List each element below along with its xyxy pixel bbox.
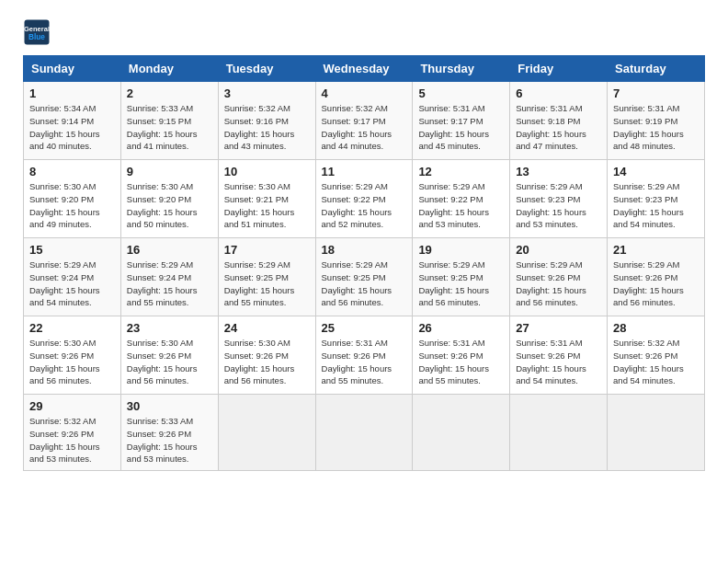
weekday-header-tuesday: Tuesday [218,56,315,82]
calendar-cell: 20 Sunrise: 5:29 AM Sunset: 9:26 PM Dayl… [510,238,608,316]
calendar-cell: 12 Sunrise: 5:29 AM Sunset: 9:22 PM Dayl… [413,160,510,238]
page-container: General Blue SundayMondayTuesdayWednesda… [9,9,719,471]
day-info: Sunrise: 5:30 AM Sunset: 9:26 PM Dayligh… [224,337,310,387]
calendar-cell: 6 Sunrise: 5:31 AM Sunset: 9:18 PM Dayli… [510,82,608,160]
calendar-cell: 22 Sunrise: 5:30 AM Sunset: 9:26 PM Dayl… [24,316,121,395]
calendar-cell: 2 Sunrise: 5:33 AM Sunset: 9:15 PM Dayli… [120,82,218,160]
day-info: Sunrise: 5:30 AM Sunset: 9:26 PM Dayligh… [29,337,115,387]
day-number: 4 [322,86,407,100]
day-info: Sunrise: 5:30 AM Sunset: 9:21 PM Dayligh… [224,180,310,231]
calendar-cell [608,395,705,471]
calendar-cell [510,395,608,471]
calendar-cell: 30 Sunrise: 5:33 AM Sunset: 9:26 PM Dayl… [120,395,218,471]
calendar-cell [218,395,315,471]
day-number: 22 [29,321,115,335]
calendar-week-row: 15 Sunrise: 5:29 AM Sunset: 9:24 PM Dayl… [24,238,705,316]
day-number: 29 [29,399,115,413]
day-info: Sunrise: 5:34 AM Sunset: 9:14 PM Dayligh… [29,102,115,153]
calendar-cell: 25 Sunrise: 5:31 AM Sunset: 9:26 PM Dayl… [315,316,413,395]
day-number: 16 [127,243,212,257]
calendar-cell: 13 Sunrise: 5:29 AM Sunset: 9:23 PM Dayl… [510,160,608,238]
day-number: 19 [418,243,504,257]
day-info: Sunrise: 5:31 AM Sunset: 9:26 PM Dayligh… [322,337,407,387]
day-info: Sunrise: 5:33 AM Sunset: 9:15 PM Dayligh… [127,102,212,153]
day-number: 1 [29,86,115,100]
calendar-cell: 3 Sunrise: 5:32 AM Sunset: 9:16 PM Dayli… [218,82,315,160]
day-info: Sunrise: 5:31 AM Sunset: 9:26 PM Dayligh… [418,337,504,387]
day-number: 27 [516,321,601,335]
calendar-cell: 17 Sunrise: 5:29 AM Sunset: 9:25 PM Dayl… [218,238,315,316]
day-info: Sunrise: 5:29 AM Sunset: 9:24 PM Dayligh… [127,259,212,309]
day-number: 5 [418,86,504,100]
calendar-cell: 24 Sunrise: 5:30 AM Sunset: 9:26 PM Dayl… [218,316,315,395]
day-number: 9 [127,165,212,178]
day-number: 20 [516,243,601,257]
calendar-cell: 19 Sunrise: 5:29 AM Sunset: 9:25 PM Dayl… [413,238,510,316]
day-number: 25 [322,321,407,335]
calendar-cell: 18 Sunrise: 5:29 AM Sunset: 9:25 PM Dayl… [315,238,413,316]
day-number: 12 [418,165,504,178]
day-info: Sunrise: 5:32 AM Sunset: 9:26 PM Dayligh… [29,415,115,465]
day-info: Sunrise: 5:29 AM Sunset: 9:22 PM Dayligh… [418,180,504,231]
day-info: Sunrise: 5:29 AM Sunset: 9:26 PM Dayligh… [613,259,699,309]
day-info: Sunrise: 5:30 AM Sunset: 9:20 PM Dayligh… [29,180,115,231]
calendar-cell: 9 Sunrise: 5:30 AM Sunset: 9:20 PM Dayli… [120,160,218,238]
weekday-header-sunday: Sunday [24,56,121,82]
weekday-header-friday: Friday [510,56,608,82]
calendar-cell: 23 Sunrise: 5:30 AM Sunset: 9:26 PM Dayl… [120,316,218,395]
calendar-cell [413,395,510,471]
calendar-cell: 26 Sunrise: 5:31 AM Sunset: 9:26 PM Dayl… [413,316,510,395]
day-info: Sunrise: 5:33 AM Sunset: 9:26 PM Dayligh… [127,415,212,465]
day-info: Sunrise: 5:29 AM Sunset: 9:25 PM Dayligh… [224,259,310,309]
header: General Blue [9,9,719,51]
weekday-header-wednesday: Wednesday [315,56,413,82]
calendar-cell: 5 Sunrise: 5:31 AM Sunset: 9:17 PM Dayli… [413,82,510,160]
calendar-cell: 11 Sunrise: 5:29 AM Sunset: 9:22 PM Dayl… [315,160,413,238]
day-info: Sunrise: 5:30 AM Sunset: 9:20 PM Dayligh… [127,180,212,231]
calendar-cell: 21 Sunrise: 5:29 AM Sunset: 9:26 PM Dayl… [608,238,705,316]
day-number: 18 [322,243,407,257]
calendar-cell: 27 Sunrise: 5:31 AM Sunset: 9:26 PM Dayl… [510,316,608,395]
day-number: 2 [127,86,212,100]
calendar-cell: 28 Sunrise: 5:32 AM Sunset: 9:26 PM Dayl… [608,316,705,395]
svg-text:Blue: Blue [28,33,45,41]
logo-icon: General Blue [23,18,51,46]
day-info: Sunrise: 5:32 AM Sunset: 9:17 PM Dayligh… [322,102,407,153]
day-number: 21 [613,243,699,257]
calendar-table: SundayMondayTuesdayWednesdayThursdayFrid… [23,55,705,471]
day-info: Sunrise: 5:29 AM Sunset: 9:24 PM Dayligh… [29,259,115,309]
calendar-cell [315,395,413,471]
calendar-cell: 4 Sunrise: 5:32 AM Sunset: 9:17 PM Dayli… [315,82,413,160]
calendar-cell: 14 Sunrise: 5:29 AM Sunset: 9:23 PM Dayl… [608,160,705,238]
calendar-cell: 8 Sunrise: 5:30 AM Sunset: 9:20 PM Dayli… [24,160,121,238]
day-number: 24 [224,321,310,335]
calendar-week-row: 8 Sunrise: 5:30 AM Sunset: 9:20 PM Dayli… [24,160,705,238]
day-info: Sunrise: 5:29 AM Sunset: 9:23 PM Dayligh… [613,180,699,231]
day-number: 28 [613,321,699,335]
day-number: 3 [224,86,310,100]
day-number: 14 [613,165,699,178]
day-number: 26 [418,321,504,335]
day-info: Sunrise: 5:31 AM Sunset: 9:26 PM Dayligh… [516,337,601,387]
day-number: 6 [516,86,601,100]
calendar-cell: 10 Sunrise: 5:30 AM Sunset: 9:21 PM Dayl… [218,160,315,238]
day-info: Sunrise: 5:29 AM Sunset: 9:25 PM Dayligh… [322,259,407,309]
day-info: Sunrise: 5:32 AM Sunset: 9:26 PM Dayligh… [613,337,699,387]
day-info: Sunrise: 5:29 AM Sunset: 9:22 PM Dayligh… [322,180,407,231]
day-info: Sunrise: 5:29 AM Sunset: 9:23 PM Dayligh… [516,180,601,231]
day-number: 7 [613,86,699,100]
day-info: Sunrise: 5:30 AM Sunset: 9:26 PM Dayligh… [127,337,212,387]
day-number: 15 [29,243,115,257]
calendar-week-row: 22 Sunrise: 5:30 AM Sunset: 9:26 PM Dayl… [24,316,705,395]
day-info: Sunrise: 5:29 AM Sunset: 9:25 PM Dayligh… [418,259,504,309]
weekday-header-monday: Monday [120,56,218,82]
calendar-cell: 16 Sunrise: 5:29 AM Sunset: 9:24 PM Dayl… [120,238,218,316]
weekday-header-thursday: Thursday [413,56,510,82]
logo: General Blue [23,18,51,46]
day-info: Sunrise: 5:31 AM Sunset: 9:17 PM Dayligh… [418,102,504,153]
day-info: Sunrise: 5:31 AM Sunset: 9:19 PM Dayligh… [613,102,699,153]
calendar-week-row: 29 Sunrise: 5:32 AM Sunset: 9:26 PM Dayl… [24,395,705,471]
day-info: Sunrise: 5:29 AM Sunset: 9:26 PM Dayligh… [516,259,601,309]
weekday-header-saturday: Saturday [608,56,705,82]
day-number: 23 [127,321,212,335]
